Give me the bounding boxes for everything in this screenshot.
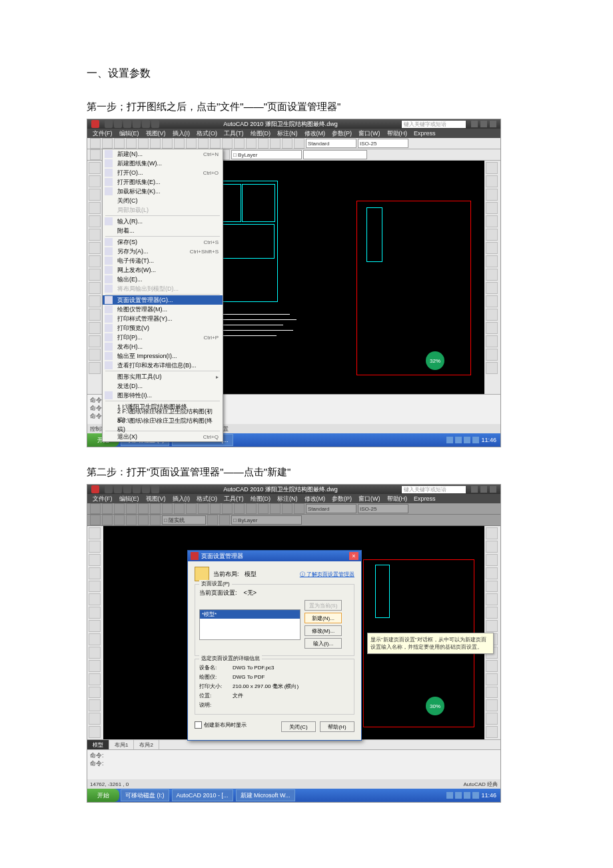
close-icon[interactable]: × [349,552,358,560]
file-menu-item[interactable]: 打印预览(V) [103,323,223,333]
tool-icon[interactable] [486,527,498,539]
menu-item[interactable]: 格式(O) [197,495,217,503]
tool-icon[interactable] [486,349,498,361]
tool-icon[interactable] [486,162,498,174]
file-menu-item[interactable]: 新建图纸集(W)... [103,159,223,168]
window-buttons[interactable] [471,121,496,127]
tool-icon[interactable] [89,322,101,334]
tool-icon[interactable] [89,633,101,645]
menu-item[interactable]: 视图(V) [146,495,166,503]
dialog-title-bar[interactable]: 页面设置管理器 × [188,551,361,561]
menu-item[interactable]: 编辑(E) [119,495,139,503]
layer-combo-2[interactable] [303,150,367,159]
file-menu-item[interactable]: 另存为(A)...Ctrl+Shift+S [103,247,223,256]
quick-access-toolbar[interactable] [105,120,159,128]
start-button[interactable]: 开始 [87,789,119,802]
tool-icon[interactable] [89,335,101,347]
tool-icon[interactable] [89,162,101,174]
menu-item[interactable]: 标注(N) [277,129,298,138]
tool-icon[interactable] [89,726,101,738]
page-setup-list[interactable]: *模型* [199,609,301,640]
workspace-label[interactable]: AutoCAD 经典 [463,781,498,788]
tool-icon[interactable] [89,295,101,307]
layer-combo[interactable]: □ ByLayer [231,150,302,159]
modify-button[interactable]: 修改(M)... [305,625,342,636]
tool-icon[interactable] [89,647,101,659]
file-menu-item[interactable]: 输入(R)... [103,217,223,226]
import-button[interactable]: 输入(I)... [305,638,342,649]
tool-icon[interactable] [486,229,498,241]
menu-item[interactable]: 绘图(D) [251,129,271,138]
tool-icon[interactable] [486,726,498,738]
help-search[interactable]: 键入关键字或短语 [402,121,466,128]
tool-icon[interactable] [89,660,101,672]
dimstyle-combo[interactable]: ISO-25 [358,139,408,148]
tool-icon[interactable] [486,541,498,553]
tool-icon[interactable] [486,202,498,214]
style-combo[interactable]: Standard [306,139,356,148]
tool-icon[interactable] [486,554,498,566]
taskbar-item-1[interactable]: 可移动磁盘 (I:) [121,789,169,801]
menu-bar[interactable]: 文件(F)编辑(E)视图(V)插入(I)格式(O)工具(T)绘图(D)标注(N)… [87,494,500,503]
file-menu-item[interactable]: 发送(D)... [103,381,223,391]
layout-tab[interactable]: 模型 [87,740,109,749]
tool-icon[interactable] [486,687,498,699]
tool-icon[interactable] [89,349,101,361]
menu-item[interactable]: 工具(T) [224,129,244,138]
menu-item[interactable]: 工具(T) [224,495,244,503]
tool-icon[interactable] [89,202,101,214]
menu-item[interactable]: 帮助(H) [387,495,408,503]
file-menu-item[interactable]: 保存(S)Ctrl+S [103,237,223,247]
left-tool-palette[interactable] [87,526,103,739]
tool-icon[interactable] [486,620,498,632]
menu-item[interactable]: 修改(M) [305,495,326,503]
menu-item[interactable]: 帮助(H) [387,129,408,138]
command-line[interactable]: 命令: 命令: [87,749,500,779]
help-search[interactable]: 键入关键字或短语 [402,486,466,493]
help-button[interactable]: 帮助(H) [320,721,354,732]
file-menu-item[interactable]: 图形实用工具(U)▸ [103,372,223,381]
tool-icon[interactable] [89,713,101,725]
layout-tab[interactable]: 布局1 [109,740,134,749]
show-on-new-layout-checkbox[interactable]: 创建新布局时显示 [195,721,247,729]
menu-item[interactable]: Express [414,130,436,137]
file-menu-item[interactable]: 输出至 Impression(I)... [103,351,223,361]
tool-icon[interactable] [89,255,101,267]
layout-tab[interactable]: 布局2 [134,740,159,749]
file-menu-item[interactable]: 附着... [103,226,223,235]
tool-icon[interactable] [89,242,101,254]
windows-taskbar[interactable]: 开始 可移动磁盘 (I:) AutoCAD 2010 - [... 新建 Mic… [87,789,500,802]
file-menu-item[interactable]: 查看打印和发布详细信息(B)... [103,361,223,370]
menu-item[interactable]: Express [414,495,436,502]
file-menu-item[interactable]: 关闭(C) [103,196,223,205]
tool-icon[interactable] [89,673,101,685]
tool-icon[interactable] [486,282,498,294]
taskbar-item-2[interactable]: AutoCAD 2010 - [... [172,789,233,801]
menu-item[interactable]: 格式(O) [197,129,217,138]
menu-item[interactable]: 参数(P) [332,495,352,503]
file-menu-item[interactable]: 打印(P)...Ctrl+P [103,333,223,342]
tool-icon[interactable] [486,713,498,725]
tool-icon[interactable] [486,295,498,307]
tool-icon[interactable] [89,175,101,187]
tool-icon[interactable] [486,362,498,374]
tool-icon[interactable] [486,242,498,254]
right-tool-palette[interactable] [484,161,500,394]
menu-item[interactable]: 标注(N) [277,495,298,503]
tool-icon[interactable] [89,607,101,619]
tool-icon[interactable] [486,335,498,347]
menu-item[interactable]: 插入(I) [173,495,191,503]
menu-item[interactable]: 插入(I) [173,129,191,138]
tool-icon[interactable] [89,282,101,294]
left-tool-palette[interactable] [87,161,103,394]
taskbar-item-3[interactable]: 新建 Microsoft W... [236,789,295,801]
menu-item[interactable]: 修改(M) [305,129,326,138]
tool-icon[interactable] [89,527,101,539]
file-menu-item[interactable]: 退出(X)Ctrl+Q [103,432,223,441]
file-menu-item[interactable]: 加载标记集(K)... [103,187,223,196]
menu-item[interactable]: 窗口(W) [358,129,380,138]
menu-item[interactable]: 参数(P) [332,129,352,138]
tool-icon[interactable] [486,660,498,672]
tool-icon[interactable] [486,309,498,321]
tool-icon[interactable] [486,269,498,281]
